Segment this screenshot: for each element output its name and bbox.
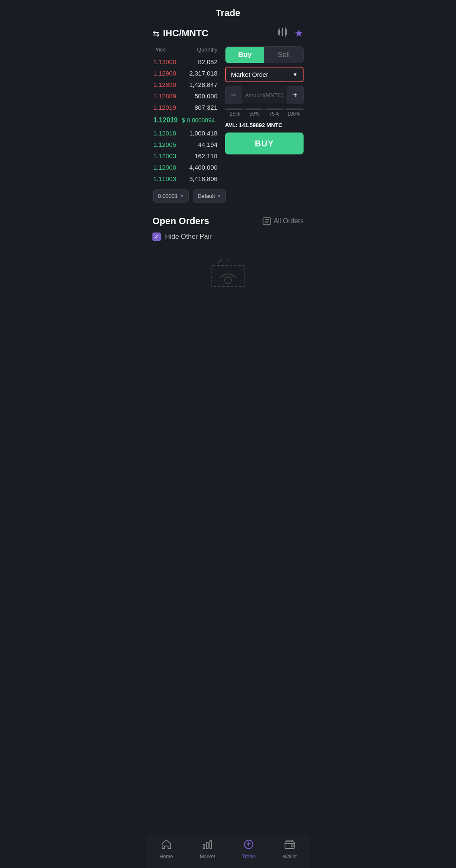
nav-item-home[interactable]: Home: [146, 839, 187, 860]
percent-bars-container: 25% 50% 75% 100%: [225, 108, 304, 118]
svg-rect-3: [282, 30, 283, 34]
decimal-dropdown[interactable]: 0.00001 ▼: [153, 189, 189, 203]
percent-label-25[interactable]: 25%: [225, 111, 245, 117]
buy-qty: 162,118: [195, 152, 217, 160]
mid-price-value: 1.12019: [153, 116, 178, 124]
ob-col-qty: Quantity: [197, 46, 217, 53]
buy-price: 1.12000: [153, 164, 176, 171]
order-book: Price Quantity 1.13000 82,052 1.12900 2,…: [146, 43, 222, 208]
svg-point-14: [225, 277, 231, 284]
open-orders-title: Open Orders: [152, 216, 209, 227]
amount-increase-button[interactable]: +: [287, 86, 303, 104]
svg-rect-22: [291, 845, 293, 846]
hide-pair-checkbox[interactable]: ✓: [152, 233, 161, 241]
sell-tab[interactable]: Sell: [264, 47, 303, 63]
page-title: Trade: [216, 8, 241, 18]
table-row[interactable]: 1.11003 3,418,806: [152, 173, 218, 184]
table-row[interactable]: 1.13000 82,052: [152, 56, 218, 68]
amount-decrease-button[interactable]: −: [225, 86, 242, 104]
ob-col-price: Price: [153, 46, 166, 53]
pair-row: ⇆ IHC/MNTC ★: [146, 23, 310, 43]
buy-price: 1.11003: [153, 175, 176, 182]
table-row[interactable]: 1.12019 807,321: [152, 102, 218, 113]
nav-label-trade: Trade: [242, 854, 255, 860]
svg-rect-6: [285, 29, 287, 35]
sell-price: 1.13000: [153, 58, 176, 65]
mid-usd-value: $ 0.0003094: [182, 117, 215, 124]
all-orders-button[interactable]: All Orders: [263, 217, 304, 225]
market-order-dropdown[interactable]: Market Order ▼: [225, 67, 304, 82]
decimal-arrow-icon: ▼: [180, 194, 184, 198]
sell-price: 1.12900: [153, 70, 176, 77]
svg-rect-19: [210, 841, 212, 849]
table-row[interactable]: 1.12889 500,000: [152, 90, 218, 102]
candlestick-icon[interactable]: [277, 27, 288, 40]
buy-price: 1.12010: [153, 130, 176, 137]
market-icon: [202, 839, 213, 852]
page-spacer: [146, 299, 310, 333]
avl-value: 141.59892 MNTC: [239, 122, 282, 128]
sell-qty: 2,317,018: [189, 70, 217, 77]
buy-tab[interactable]: Buy: [225, 47, 264, 63]
swap-icon[interactable]: ⇆: [152, 28, 160, 38]
avl-row: AVL: 141.59892 MNTC: [225, 121, 304, 129]
trade-icon: [243, 839, 254, 852]
percent-label-50[interactable]: 50%: [245, 111, 265, 117]
home-icon: [161, 839, 172, 852]
main-content: Price Quantity 1.13000 82,052 1.12900 2,…: [146, 43, 310, 208]
nav-item-wallet[interactable]: Wallet: [269, 839, 311, 860]
dropdowns-row: 0.00001 ▼ Default ▼: [152, 184, 218, 204]
open-orders-header: Open Orders All Orders: [152, 216, 304, 227]
percent-label-75[interactable]: 75%: [264, 111, 284, 117]
table-row[interactable]: 1.12010 1,000,418: [152, 127, 218, 139]
all-orders-label: All Orders: [274, 217, 304, 225]
table-row[interactable]: 1.12900 2,317,018: [152, 68, 218, 79]
decimal-value: 0.00001: [158, 193, 178, 199]
sell-qty: 500,000: [195, 92, 217, 100]
trade-panel: Buy Sell Market Order ▼ − + 25% 50%: [222, 43, 310, 208]
amount-row: − +: [225, 86, 304, 104]
pair-left: ⇆ IHC/MNTC: [152, 28, 209, 39]
percent-bar-25[interactable]: [225, 108, 244, 110]
open-orders-section: Open Orders All Orders ✓ Hide Other Pair: [146, 208, 310, 299]
buy-price: 1.12005: [153, 141, 176, 148]
hide-pair-label: Hide Other Pair: [165, 233, 212, 241]
nav-label-wallet: Wallet: [283, 854, 297, 860]
nav-label-home: Home: [160, 854, 173, 860]
bottom-nav: Home Market Trade: [146, 835, 310, 868]
percent-label-100[interactable]: 100%: [284, 111, 304, 117]
avl-label: AVL:: [225, 122, 237, 128]
svg-line-15: [217, 259, 222, 263]
view-arrow-icon: ▼: [217, 194, 221, 198]
buy-button[interactable]: BUY: [225, 132, 304, 154]
order-type-arrow-icon: ▼: [293, 72, 298, 78]
star-icon[interactable]: ★: [294, 27, 304, 39]
percent-bar-50[interactable]: [245, 108, 264, 110]
mid-price-row: 1.12019 $ 0.0003094: [152, 113, 218, 127]
nav-item-market[interactable]: Market: [187, 839, 228, 860]
svg-rect-0: [278, 30, 280, 35]
percent-bar-100[interactable]: [285, 108, 304, 110]
svg-rect-21: [285, 842, 294, 849]
percent-bar-75[interactable]: [265, 108, 284, 110]
nav-item-trade[interactable]: Trade: [228, 839, 269, 860]
table-row[interactable]: 1.12005 44,194: [152, 139, 218, 150]
empty-orders: [152, 249, 304, 295]
wallet-icon: [284, 839, 295, 852]
buy-sell-tabs: Buy Sell: [225, 46, 304, 63]
sell-qty: 1,428,847: [189, 81, 217, 88]
view-dropdown[interactable]: Default ▼: [193, 189, 226, 203]
table-row[interactable]: 1.12000 4,400,000: [152, 162, 218, 173]
buy-qty: 1,000,418: [189, 130, 217, 137]
header: Trade: [146, 0, 310, 23]
buy-qty: 3,418,806: [189, 175, 217, 182]
svg-rect-18: [206, 842, 208, 849]
order-type-label: Market Order: [231, 71, 268, 78]
empty-orders-icon: [207, 257, 249, 291]
pair-right: ★: [277, 27, 304, 40]
table-row[interactable]: 1.12003 162,118: [152, 150, 218, 162]
pair-name[interactable]: IHC/MNTC: [163, 28, 209, 39]
amount-input[interactable]: [242, 86, 287, 104]
table-row[interactable]: 1.12890 1,428,847: [152, 79, 218, 90]
view-value: Default: [198, 193, 215, 199]
